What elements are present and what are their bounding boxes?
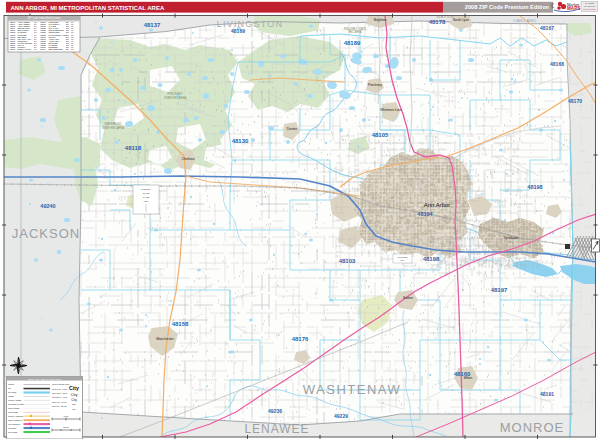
svg-text:JACKSON: JACKSON xyxy=(12,226,80,241)
svg-text:48197: 48197 xyxy=(491,287,508,293)
svg-text:STATE REC AREA: STATE REC AREA xyxy=(102,126,124,130)
svg-text:PINCKNEY: PINCKNEY xyxy=(167,92,182,96)
svg-text:48168: 48168 xyxy=(550,61,564,67)
svg-text:48176: 48176 xyxy=(292,336,309,342)
svg-text:City: City xyxy=(71,398,77,402)
svg-text:NEW BOSTON: NEW BOSTON xyxy=(49,48,64,50)
svg-text:Whitmore Lake: Whitmore Lake xyxy=(380,108,402,112)
svg-text:ZIP Code Index/Grid Locator: ZIP Code Index/Grid Locator xyxy=(28,16,61,20)
svg-text:Interstate: Interstate xyxy=(8,427,17,429)
svg-text:Rail Roads: Rail Roads xyxy=(8,411,18,413)
svg-text:Map 1.00 - 10.00: Map 1.00 - 10.00 xyxy=(52,401,66,403)
svg-text:LENAWEE: LENAWEE xyxy=(244,422,309,436)
svg-text:☾: ☾ xyxy=(551,2,557,9)
svg-text:2008 ZIP Code Premium Edition: 2008 ZIP Code Premium Edition xyxy=(465,4,550,10)
svg-text:State Highways: State Highways xyxy=(8,419,22,421)
svg-text:GAME: GAME xyxy=(143,196,150,198)
svg-text:48191: 48191 xyxy=(540,391,554,397)
svg-text:Ann Arbor: Ann Arbor xyxy=(424,202,451,208)
svg-text:South Lyon: South Lyon xyxy=(453,18,469,22)
svg-text:City: City xyxy=(69,385,79,391)
svg-text:Map 15.00 - 25.00: Map 15.00 - 25.00 xyxy=(52,392,67,394)
svg-text:PITTSFIELD: PITTSFIELD xyxy=(397,256,408,258)
svg-text:US Highways: US Highways xyxy=(8,423,20,425)
svg-text:800-000-0000: 800-000-0000 xyxy=(583,8,596,10)
svg-text:48104: 48104 xyxy=(417,211,433,217)
svg-text:MARKET: MARKET xyxy=(585,2,595,4)
svg-text:NORTHVILLE: NORTHVILLE xyxy=(18,48,32,50)
svg-text:Pinckney: Pinckney xyxy=(368,83,382,87)
svg-text:STATE: STATE xyxy=(143,192,150,194)
svg-text:48164: 48164 xyxy=(40,48,47,50)
svg-text:City: City xyxy=(70,392,78,397)
svg-text:49229: 49229 xyxy=(334,413,348,419)
svg-text:48167: 48167 xyxy=(10,48,17,50)
svg-text:Chelsea: Chelsea xyxy=(181,157,194,161)
svg-text:Minor Roads: Minor Roads xyxy=(8,407,19,409)
svg-text:10 mi: 10 mi xyxy=(64,415,69,417)
svg-text:County Highways: County Highways xyxy=(8,415,24,417)
svg-text:48137: 48137 xyxy=(144,22,161,28)
svg-text:Secondary Roads: Secondary Roads xyxy=(8,403,24,405)
svg-text:ZIP Code: ZIP Code xyxy=(8,391,17,393)
svg-text:Dexter: Dexter xyxy=(287,127,298,131)
svg-text:Map 76-85 SQ Miles: Map 76-85 SQ Miles xyxy=(52,383,69,385)
svg-text:Saline: Saline xyxy=(403,296,413,300)
svg-text:REC AREA: REC AREA xyxy=(348,30,361,34)
svg-text:Map 100 - 500 mi: Map 100 - 500 mi xyxy=(52,405,67,407)
svg-text:48189: 48189 xyxy=(344,40,361,46)
svg-text:MONROE: MONROE xyxy=(500,420,565,435)
svg-text:49240: 49240 xyxy=(40,203,55,209)
svg-text:WASHTENAW: WASHTENAW xyxy=(303,382,401,397)
svg-text:City: City xyxy=(72,408,75,410)
svg-text:48178: 48178 xyxy=(429,19,446,25)
svg-text:WATERLOO: WATERLOO xyxy=(105,122,123,126)
svg-text:ANN ARBOR, MI METROPOLITAN STA: ANN ARBOR, MI METROPOLITAN STATISTICAL A… xyxy=(11,5,165,11)
svg-text:48158: 48158 xyxy=(172,321,189,327)
svg-text:Primary Roads: Primary Roads xyxy=(8,399,21,401)
svg-text:OAKLAND: OAKLAND xyxy=(513,18,537,23)
svg-text:Toll Roads: Toll Roads xyxy=(8,431,17,433)
svg-text:Manchester: Manchester xyxy=(156,337,175,341)
svg-text:20 km: 20 km xyxy=(63,426,69,428)
svg-text:48167: 48167 xyxy=(540,25,554,31)
svg-text:Roads: Roads xyxy=(8,395,14,397)
svg-text:48118: 48118 xyxy=(125,145,142,151)
svg-text:Map 25.00 - 45.00: Map 25.00 - 45.00 xyxy=(52,396,67,398)
svg-text:48130: 48130 xyxy=(232,138,249,144)
svg-text:Brighton: Brighton xyxy=(374,18,387,22)
svg-text:County: County xyxy=(8,383,14,385)
svg-text:CHELSEA: CHELSEA xyxy=(141,188,152,190)
svg-text:Map 10.00 - 15.00: Map 10.00 - 15.00 xyxy=(52,388,67,390)
svg-text:MAPS.com: MAPS.com xyxy=(584,5,595,7)
svg-text:48105: 48105 xyxy=(372,132,389,138)
svg-text:48169: 48169 xyxy=(231,28,245,34)
svg-text:STATE REC AREA: STATE REC AREA xyxy=(164,96,186,100)
svg-text:LIVINGSTON: LIVINGSTON xyxy=(217,19,283,29)
svg-text:Ypsilanti: Ypsilanti xyxy=(504,235,519,240)
svg-text:AREA: AREA xyxy=(143,200,149,202)
svg-text:49236: 49236 xyxy=(268,408,282,414)
svg-text:Milan: Milan xyxy=(464,376,473,380)
svg-text:2008 Ann Arbor, MI MSA Map: 2008 Ann Arbor, MI MSA Map xyxy=(28,378,61,381)
svg-text:48108: 48108 xyxy=(423,256,440,262)
svg-text:48170: 48170 xyxy=(568,98,582,104)
svg-text:48198: 48198 xyxy=(527,184,542,190)
svg-text:48103: 48103 xyxy=(339,258,356,264)
